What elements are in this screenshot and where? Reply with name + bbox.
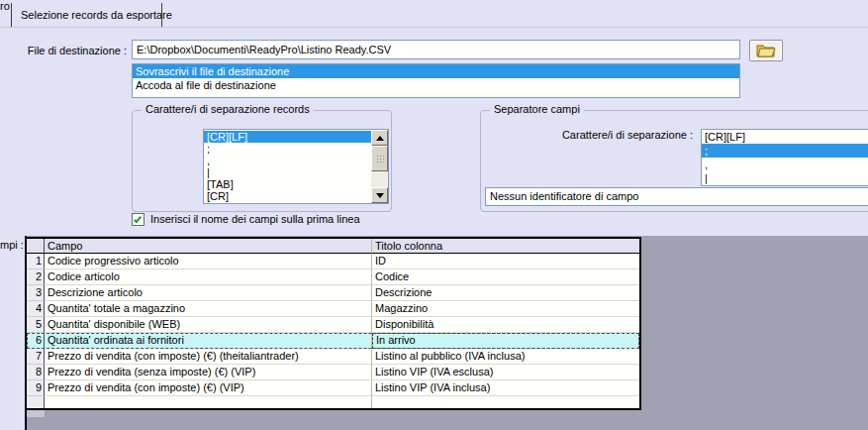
row-number: 7 — [27, 349, 45, 365]
tab-selezione-records[interactable]: Selezione records da esportare — [21, 9, 172, 21]
fields-grid: Campo Titolo colonna 1 Codice progressiv… — [25, 236, 868, 430]
row-number: 4 — [27, 301, 45, 317]
arrow-up-icon — [376, 136, 384, 141]
record-separator-option[interactable]: [TAB] — [204, 178, 371, 190]
cell-titolo[interactable]: Disponibilità — [372, 317, 639, 333]
grid-gutter-tail — [27, 410, 45, 417]
tab-separator — [11, 3, 12, 27]
cell-campo[interactable]: Prezzo di vendita (senza imposte) (€) (V… — [45, 365, 372, 380]
table-row: 2 Codice articolo Codice — [27, 269, 639, 285]
cell-campo[interactable]: Prezzo di vendita (con imposte) (€) (the… — [45, 349, 372, 365]
table-row: 4 Quantita' totale a magazzino Magazzino — [27, 301, 639, 317]
record-separator-option[interactable]: | — [204, 166, 371, 178]
table-row: 8 Prezzo di vendita (senza imposte) (€) … — [27, 365, 639, 380]
record-separator-option[interactable]: ; — [204, 143, 371, 155]
header-titolo[interactable]: Titolo colonna — [372, 239, 639, 254]
file-destination-input[interactable]: E:\Dropbox\Documenti\ReadyPro\Listino Re… — [132, 40, 740, 59]
fields-side-label: mpi : — [0, 239, 24, 251]
cell-campo[interactable]: Codice progressivo articolo — [45, 254, 372, 269]
scrollbar-thumb[interactable] — [371, 146, 388, 171]
checkmark-icon — [134, 215, 142, 224]
row-number: 6 — [27, 333, 45, 349]
cell-titolo[interactable]: ID — [372, 254, 639, 269]
thumb-grip-icon — [376, 155, 384, 163]
table-header-row: Campo Titolo colonna — [27, 239, 639, 254]
field-separator-listbox: [CR][LF] ; , | — [701, 129, 868, 186]
browse-file-button[interactable] — [749, 40, 783, 61]
first-line-checkbox[interactable] — [132, 213, 145, 226]
arrow-down-icon — [376, 193, 384, 198]
table-row: 5 Quantita' disponibile (WEB) Disponibil… — [27, 317, 639, 333]
row-number: 2 — [27, 269, 45, 285]
file-destination-label: File di destinazione : — [0, 45, 127, 56]
cell-campo[interactable]: Prezzo di vendita (con imposte) (€) (VIP… — [45, 380, 372, 396]
row-number: 8 — [27, 365, 45, 380]
record-separator-option[interactable]: [CR] — [204, 190, 371, 202]
table-row: 7 Prezzo di vendita (con imposte) (€) (t… — [27, 349, 639, 365]
cell-titolo[interactable]: Descrizione — [372, 285, 639, 301]
field-separator-group-title: Separatore campi — [490, 103, 584, 115]
cell-titolo[interactable] — [372, 396, 639, 408]
field-separator-option[interactable]: ; — [702, 144, 868, 158]
cell-titolo[interactable]: Magazzino — [372, 301, 639, 317]
record-separator-scrollbar[interactable] — [371, 130, 388, 203]
tab-strip-underline — [0, 27, 868, 28]
tab-separator — [161, 3, 162, 27]
row-number: 3 — [27, 285, 45, 301]
row-number: 1 — [27, 254, 45, 269]
write-mode-listbox: Sovrascrivi il file di destinazione Acco… — [132, 63, 740, 98]
row-number: 9 — [27, 380, 45, 396]
write-mode-option-overwrite[interactable]: Sovrascrivi il file di destinazione — [133, 64, 739, 78]
record-separator-listbox: [CR][LF] ; , | [TAB] [CR] — [203, 129, 389, 204]
field-identifier-select[interactable]: Nessun identificatore di campo — [485, 187, 868, 206]
record-separator-option[interactable]: , — [204, 155, 371, 166]
cell-titolo[interactable]: Listino VIP (IVA esclusa) — [372, 365, 639, 380]
folder-icon — [756, 43, 776, 59]
cell-titolo[interactable]: Listino VIP (IVA inclusa) — [372, 380, 639, 396]
row-number — [27, 396, 45, 408]
cell-campo[interactable]: Codice articolo — [45, 269, 372, 285]
field-separator-option[interactable]: [CR][LF] — [702, 130, 868, 144]
table-row: 3 Descrizione articolo Descrizione — [27, 285, 639, 301]
cell-campo[interactable] — [45, 396, 372, 408]
table-row: 9 Prezzo di vendita (con imposte) (€) (V… — [27, 380, 639, 396]
write-mode-option-append[interactable]: Accoda al file di destinazione — [133, 78, 739, 92]
cell-titolo-selected[interactable]: In arrivo — [372, 333, 639, 349]
field-separator-option[interactable]: , — [702, 158, 868, 171]
field-separator-label: Carattere/i di separazione : — [495, 129, 693, 141]
cell-titolo[interactable]: Listino al pubblico (IVA inclusa) — [372, 349, 639, 365]
table-row-selected: 6 Quantita' ordinata ai fornitori In arr… — [27, 333, 639, 349]
field-separator-option[interactable]: | — [702, 171, 868, 185]
row-number: 5 — [27, 317, 45, 333]
header-campo[interactable]: Campo — [45, 239, 372, 254]
scroll-up-button[interactable] — [371, 130, 388, 146]
table-row-empty — [27, 396, 639, 408]
fields-grid-table: Campo Titolo colonna 1 Codice progressiv… — [27, 237, 641, 410]
scroll-down-button[interactable] — [371, 187, 388, 203]
record-separator-group-title: Carattere/i di separazione records — [142, 103, 314, 115]
first-line-checkbox-label: Inserisci il nome dei campi sulla prima … — [150, 213, 360, 225]
cell-campo[interactable]: Quantita' ordinata ai fornitori — [45, 333, 372, 349]
tab-partial-left[interactable]: ro — [0, 0, 10, 12]
cell-campo[interactable]: Descrizione articolo — [45, 285, 372, 301]
record-separator-option[interactable]: [CR][LF] — [204, 131, 371, 143]
cell-titolo[interactable]: Codice — [372, 269, 639, 285]
table-row: 1 Codice progressivo articolo ID — [27, 254, 639, 269]
cell-campo[interactable]: Quantita' disponibile (WEB) — [45, 317, 372, 333]
header-num — [27, 239, 45, 254]
cell-campo[interactable]: Quantita' totale a magazzino — [45, 301, 372, 317]
